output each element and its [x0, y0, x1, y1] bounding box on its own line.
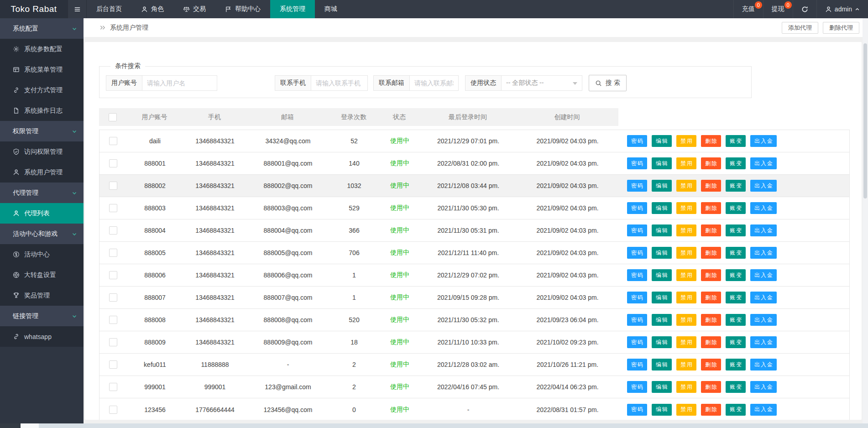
status-select[interactable]: -- 全部状态 --	[501, 75, 582, 91]
sidebar-group-sys-config[interactable]: 系统配置	[0, 18, 84, 39]
password-button[interactable]: 密码	[627, 135, 647, 147]
sidebar-item-agent-list[interactable]: 代理列表	[0, 203, 84, 224]
topnav-mall[interactable]: 商城	[315, 0, 347, 18]
password-button[interactable]: 密码	[627, 157, 647, 169]
topnav-system-mgmt[interactable]: 系统管理	[270, 0, 315, 18]
balance-change-button[interactable]: 账变	[726, 269, 746, 281]
sidebar-group-link-mgmt[interactable]: 链接管理	[0, 306, 84, 326]
row-checkbox[interactable]	[109, 406, 117, 414]
balance-change-button[interactable]: 账变	[726, 180, 746, 192]
password-button[interactable]: 密码	[627, 202, 647, 214]
balance-change-button[interactable]: 账变	[726, 135, 746, 147]
horizontal-scrollbar-thumb[interactable]	[21, 423, 39, 428]
row-checkbox[interactable]	[109, 360, 117, 369]
edit-button[interactable]: 编辑	[652, 202, 672, 214]
row-checkbox[interactable]	[109, 383, 117, 391]
deposit-withdraw-button[interactable]: 出入金	[750, 269, 777, 281]
balance-change-button[interactable]: 账变	[726, 202, 746, 214]
deposit-withdraw-button[interactable]: 出入金	[750, 135, 777, 147]
row-checkbox[interactable]	[109, 249, 117, 257]
delete-button[interactable]: 删除	[701, 224, 721, 236]
password-button[interactable]: 密码	[627, 336, 647, 348]
deposit-withdraw-button[interactable]: 出入金	[750, 247, 777, 259]
edit-button[interactable]: 编辑	[652, 314, 672, 326]
add-agent-button[interactable]: 添加代理	[782, 22, 818, 34]
disable-button[interactable]: 禁用	[676, 404, 696, 416]
password-button[interactable]: 密码	[627, 314, 647, 326]
edit-button[interactable]: 编辑	[652, 135, 672, 147]
disable-button[interactable]: 禁用	[676, 180, 696, 192]
row-checkbox[interactable]	[109, 271, 117, 279]
edit-button[interactable]: 编辑	[652, 157, 672, 169]
select-all-checkbox[interactable]	[109, 113, 117, 121]
delete-button[interactable]: 删除	[701, 381, 721, 393]
sidebar-item-whatsapp[interactable]: whatsapp	[0, 326, 84, 347]
delete-button[interactable]: 删除	[701, 336, 721, 348]
password-button[interactable]: 密码	[627, 180, 647, 192]
disable-button[interactable]: 禁用	[676, 135, 696, 147]
delete-button[interactable]: 删除	[701, 157, 721, 169]
disable-button[interactable]: 禁用	[676, 336, 696, 348]
sidebar-item-op-logs[interactable]: 系统操作日志	[0, 100, 84, 121]
vertical-scrollbar[interactable]	[863, 18, 868, 423]
delete-button[interactable]: 删除	[701, 404, 721, 416]
row-checkbox[interactable]	[109, 204, 117, 212]
sidebar-item-sys-users[interactable]: 系统用户管理	[0, 162, 84, 183]
account-input[interactable]	[142, 75, 217, 91]
sidebar-item-activity-center[interactable]: 活动中心	[0, 244, 84, 265]
topnav-home[interactable]: 后台首页	[87, 0, 131, 18]
edit-button[interactable]: 编辑	[652, 224, 672, 236]
balance-change-button[interactable]: 账变	[726, 336, 746, 348]
sidebar-item-wheel-settings[interactable]: 大转盘设置	[0, 265, 84, 285]
sidebar-group-activity-games[interactable]: 活动中心和游戏	[0, 224, 84, 244]
sidebar-item-pay-methods[interactable]: 支付方式管理	[0, 80, 84, 100]
balance-change-button[interactable]: 账变	[726, 247, 746, 259]
balance-change-button[interactable]: 账变	[726, 404, 746, 416]
deposit-withdraw-button[interactable]: 出入金	[750, 314, 777, 326]
disable-button[interactable]: 禁用	[676, 157, 696, 169]
disable-button[interactable]: 禁用	[676, 224, 696, 236]
email-input[interactable]	[409, 75, 459, 91]
edit-button[interactable]: 编辑	[652, 292, 672, 303]
delete-button[interactable]: 删除	[701, 180, 721, 192]
delete-button[interactable]: 删除	[701, 359, 721, 371]
balance-change-button[interactable]: 账变	[726, 314, 746, 326]
app-logo[interactable]: Toko Rabat	[0, 0, 68, 18]
disable-button[interactable]: 禁用	[676, 359, 696, 371]
deposit-withdraw-button[interactable]: 出入金	[750, 336, 777, 348]
row-checkbox[interactable]	[109, 226, 117, 235]
edit-button[interactable]: 编辑	[652, 381, 672, 393]
edit-button[interactable]: 编辑	[652, 247, 672, 259]
delete-button[interactable]: 删除	[701, 247, 721, 259]
balance-change-button[interactable]: 账变	[726, 381, 746, 393]
disable-button[interactable]: 禁用	[676, 269, 696, 281]
password-button[interactable]: 密码	[627, 247, 647, 259]
row-checkbox[interactable]	[109, 293, 117, 302]
delete-button[interactable]: 删除	[701, 269, 721, 281]
edit-button[interactable]: 编辑	[652, 404, 672, 416]
deposit-withdraw-button[interactable]: 出入金	[750, 359, 777, 371]
deposit-withdraw-button[interactable]: 出入金	[750, 292, 777, 303]
balance-change-button[interactable]: 账变	[726, 224, 746, 236]
disable-button[interactable]: 禁用	[676, 247, 696, 259]
phone-input[interactable]	[311, 75, 368, 91]
deposit-withdraw-button[interactable]: 出入金	[750, 381, 777, 393]
sidebar-item-sys-menu[interactable]: 系统菜单管理	[0, 59, 84, 80]
disable-button[interactable]: 禁用	[676, 292, 696, 303]
row-checkbox[interactable]	[109, 137, 117, 145]
recharge[interactable]: 充值0	[733, 0, 763, 18]
edit-button[interactable]: 编辑	[652, 269, 672, 281]
topnav-help-center[interactable]: 帮助中心	[215, 0, 270, 18]
row-checkbox[interactable]	[109, 338, 117, 346]
delete-button[interactable]: 删除	[701, 314, 721, 326]
deposit-withdraw-button[interactable]: 出入金	[750, 157, 777, 169]
row-checkbox[interactable]	[109, 182, 117, 190]
balance-change-button[interactable]: 账变	[726, 157, 746, 169]
topnav-roles[interactable]: 角色	[131, 0, 173, 18]
edit-button[interactable]: 编辑	[652, 180, 672, 192]
delete-button[interactable]: 删除	[701, 135, 721, 147]
edit-button[interactable]: 编辑	[652, 359, 672, 371]
deposit-withdraw-button[interactable]: 出入金	[750, 404, 777, 416]
row-checkbox[interactable]	[109, 316, 117, 324]
deposit-withdraw-button[interactable]: 出入金	[750, 224, 777, 236]
